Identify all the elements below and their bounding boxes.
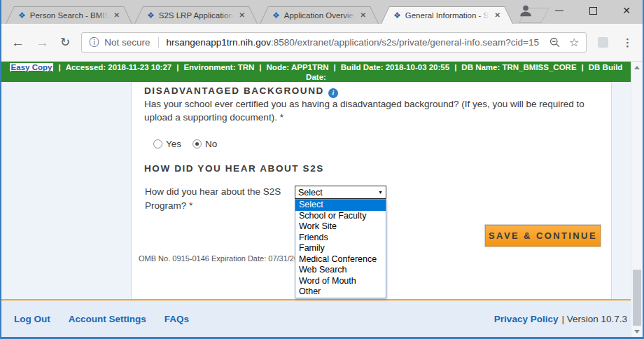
how-hear-select[interactable]: Select ▼ — [295, 186, 386, 199]
maximize-icon — [589, 7, 597, 15]
status-build-date: Build Date: 2018-10-03 20:55 — [341, 63, 449, 71]
disadvantaged-radio-group: Yes No — [153, 139, 217, 149]
logout-link[interactable]: Log Out — [14, 314, 50, 324]
scrollbar-down-icon — [634, 330, 640, 333]
tab-title: S2S LRP Application Se — [159, 11, 234, 20]
browser-toolbar: ← → ↻ ⓘ Not secure hrsangenapp1trn.nih.g… — [1, 24, 643, 62]
radio-yes[interactable] — [153, 139, 162, 148]
status-db-name: DB Name: TRN_BMISS_CORE — [461, 63, 576, 71]
option-work-site[interactable]: Work Site — [295, 221, 386, 233]
option-select[interactable]: Select — [295, 200, 386, 211]
address-bar[interactable]: ⓘ Not secure hrsangenapp1trn.nih.gov:858… — [81, 32, 587, 53]
form-page: DISADVANTAGED BACKGROUNDi Has your schoo… — [1, 82, 631, 299]
url-host: hrsangenapp1trn.nih.gov — [167, 37, 271, 48]
bookmark-star-icon[interactable]: ☆ — [569, 37, 579, 48]
status-environment: Environment: TRN — [183, 63, 254, 71]
tab-application-overview[interactable]: ❖ Application Overview - ✕ — [260, 6, 379, 24]
disadvantaged-question: Has your school ever certified you as ha… — [144, 98, 603, 124]
status-separator: | — [334, 63, 336, 71]
option-web-search[interactable]: Web Search — [295, 265, 386, 276]
save-continue-button[interactable]: SAVE & CONTINUE — [485, 225, 601, 247]
select-value: Select — [298, 188, 323, 198]
radio-option-no: No — [192, 139, 217, 149]
option-family[interactable]: Family — [295, 243, 386, 254]
profile-icon[interactable] — [517, 4, 535, 18]
omb-note: OMB No. 0915-0146 Expiration Date: 07/31… — [139, 254, 307, 263]
omnibox-divider — [158, 37, 159, 48]
status-separator: | — [58, 63, 60, 71]
site-favicon-icon: ❖ — [147, 11, 155, 20]
tab-title: General Information - S — [405, 11, 489, 20]
scrollbar-thumb[interactable] — [633, 270, 641, 326]
back-icon[interactable]: ← — [11, 36, 24, 49]
option-friends[interactable]: Friends — [295, 233, 386, 244]
content-column: DISADVANTAGED BACKGROUNDi Has your schoo… — [131, 82, 612, 299]
minimize-button[interactable] — [550, 4, 568, 18]
chevron-down-icon: ▼ — [378, 190, 383, 195]
version-text: | Version 10.7.3 — [561, 314, 627, 324]
status-node: Node: APP1TRN — [267, 63, 329, 71]
how-hear-heading: HOW DID YOU HEAR ABOUT S2S — [144, 163, 324, 174]
how-hear-label: How did you hear about the S2S Program? … — [145, 185, 288, 212]
tab-close-icon[interactable]: ✕ — [238, 11, 246, 20]
info-circle-icon[interactable]: i — [328, 88, 338, 98]
site-favicon-icon: ❖ — [272, 11, 280, 20]
radio-option-yes: Yes — [153, 139, 181, 149]
status-separator: | — [582, 63, 584, 71]
option-medical-conference[interactable]: Medical Conference — [295, 254, 386, 265]
account-settings-link[interactable]: Account Settings — [69, 314, 146, 324]
vertical-scrollbar[interactable] — [631, 62, 643, 337]
tab-person-search[interactable]: ❖ Person Search - BMISS ✕ — [6, 6, 132, 24]
security-label: Not secure — [104, 37, 150, 48]
minimize-icon — [555, 11, 564, 11]
option-school-or-faculty[interactable]: School or Faculty — [295, 211, 386, 222]
tab-general-information-active[interactable]: ❖ General Information - S ✕ — [381, 6, 513, 24]
privacy-policy-link[interactable]: Privacy Policy — [494, 314, 559, 324]
disadvantaged-heading: DISADVANTAGED BACKGROUNDi — [144, 85, 338, 98]
tab-close-icon[interactable]: ✕ — [113, 11, 121, 20]
faqs-link[interactable]: FAQs — [164, 314, 189, 324]
radio-no[interactable] — [192, 139, 202, 148]
scrollbar-up-button[interactable] — [631, 62, 643, 73]
site-favicon-icon: ❖ — [18, 11, 26, 20]
status-separator: | — [176, 63, 178, 71]
browser-window: ❖ Person Search - BMISS ✕ ❖ S2S LRP Appl… — [0, 0, 644, 339]
status-accessed: Accessed: 2018-11-23 10:27 — [66, 63, 172, 71]
how-hear-options-list: Select School or Faculty Work Site Frien… — [295, 199, 386, 298]
scrollbar-down-button[interactable] — [631, 326, 643, 337]
tab-strip: ❖ Person Search - BMISS ✕ ❖ S2S LRP Appl… — [1, 0, 643, 24]
radio-no-label: No — [205, 139, 217, 149]
easy-copy-link[interactable]: Easy Copy — [10, 63, 54, 71]
close-window-button[interactable]: ✕ — [617, 4, 636, 18]
tab-s2s-lrp-application[interactable]: ❖ S2S LRP Application Se ✕ — [134, 6, 258, 24]
radio-yes-label: Yes — [166, 139, 181, 149]
site-favicon-icon: ❖ — [393, 11, 401, 20]
maximize-button[interactable] — [584, 4, 602, 18]
page-footer: Log Out Account Settings FAQs Privacy Po… — [1, 299, 631, 337]
tab-close-icon[interactable]: ✕ — [493, 11, 502, 20]
page-viewport: Easy Copy|Accessed: 2018-11-23 10:27|Env… — [1, 62, 643, 337]
forward-icon[interactable]: → — [36, 36, 49, 49]
reload-icon[interactable]: ↻ — [60, 35, 70, 50]
url-path: :8580/extranet/application/s2s/private/g… — [271, 37, 539, 48]
extension-icon[interactable] — [598, 37, 608, 48]
option-word-of-mouth[interactable]: Word of Mouth — [295, 276, 386, 287]
tab-title: Person Search - BMISS — [30, 11, 108, 20]
close-icon: ✕ — [622, 6, 631, 15]
page-info-icon[interactable]: ⓘ — [89, 36, 99, 49]
environment-status-bar: Easy Copy|Accessed: 2018-11-23 10:27|Env… — [1, 62, 631, 82]
disadvantaged-heading-text: DISADVANTAGED BACKGROUND — [144, 85, 324, 96]
menu-icon[interactable]: ⋮ — [620, 36, 636, 49]
tab-close-icon[interactable]: ✕ — [359, 11, 368, 20]
status-separator: | — [259, 63, 261, 71]
zoom-icon[interactable] — [549, 36, 561, 48]
option-other[interactable]: Other — [295, 286, 386, 298]
profile-avatar-icon — [518, 3, 533, 18]
tab-title: Application Overview - — [284, 11, 355, 20]
scrollbar-up-icon — [634, 66, 640, 69]
status-separator: | — [454, 63, 456, 71]
